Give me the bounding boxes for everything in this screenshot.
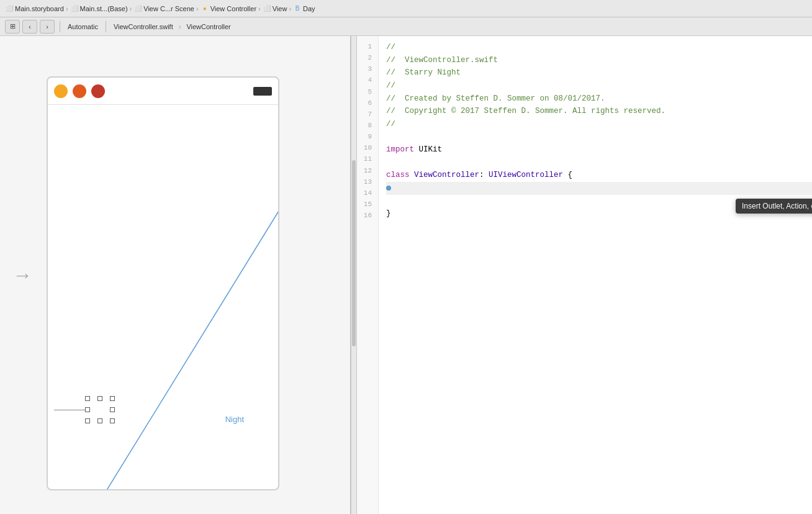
line-numbers: 1 2 3 4 5 6 7 8 9 10 11 12 13 14 15 16 xyxy=(357,36,379,514)
line-num-14: 14 xyxy=(357,187,376,199)
line-num-2: 2 xyxy=(357,52,376,63)
code-content: 1 2 3 4 5 6 7 8 9 10 11 12 13 14 15 16 /… xyxy=(357,36,812,514)
storyboard-icon: ⬜ xyxy=(5,4,14,13)
line-num-3: 3 xyxy=(357,63,376,74)
iphone-circle-yellow xyxy=(54,84,68,98)
line-num-13: 13 xyxy=(357,176,376,187)
panel-divider[interactable] xyxy=(351,36,357,514)
handle-bl xyxy=(85,418,90,423)
scene-icon: ⬜ xyxy=(133,4,142,13)
selection-handles xyxy=(85,396,141,427)
editor-toolbar: ⊞ ‹ › Automatic ViewController.swift › V… xyxy=(0,17,812,36)
handle-mr xyxy=(110,407,115,412)
toolbar-separator xyxy=(60,21,60,32)
code-line-8 xyxy=(386,130,812,143)
forward-button[interactable]: › xyxy=(40,20,55,34)
breadcrumb-item-scene[interactable]: ⬜ View C...r Scene xyxy=(133,4,194,13)
breadcrumb-label: View xyxy=(273,5,287,12)
code-line-7: // xyxy=(386,118,812,131)
iphone-battery xyxy=(253,87,272,96)
main-content: → Night xyxy=(0,36,812,514)
code-line-1: // xyxy=(386,41,812,54)
night-label: Night xyxy=(225,415,244,424)
class-label[interactable]: ViewController xyxy=(184,23,233,30)
breadcrumb-item-base[interactable]: ⬜ Main.st...(Base) xyxy=(70,4,128,13)
file-label[interactable]: ViewController.swift xyxy=(111,23,176,30)
code-lines[interactable]: // // ViewController.swift // Starry Nig… xyxy=(379,36,812,514)
code-line-6: // Copyright © 2017 Steffen D. Sommer. A… xyxy=(386,105,812,118)
breadcrumb-item-view[interactable]: ⬜ View xyxy=(263,4,287,13)
line-num-1: 1 xyxy=(357,41,376,52)
line-num-11: 11 xyxy=(357,153,376,165)
iphone-circle-orange xyxy=(73,84,86,98)
code-line-3: // Starry Night xyxy=(386,66,812,79)
entry-arrow-icon: → xyxy=(12,264,32,287)
breadcrumb-sep-2: › xyxy=(130,5,132,12)
viewcontroller-icon: ● xyxy=(201,4,209,13)
iphone-toolbar xyxy=(48,78,278,105)
line-num-7: 7 xyxy=(357,109,376,120)
breadcrumb-label: Main.st...(Base) xyxy=(80,5,128,12)
code-line-16 xyxy=(386,233,812,246)
code-line-9: import UIKit xyxy=(386,143,812,156)
scroll-thumb[interactable] xyxy=(352,160,356,346)
handle-tm xyxy=(97,396,102,401)
breadcrumb-sep: › xyxy=(66,5,68,12)
selection-widget xyxy=(85,396,141,427)
connection-line xyxy=(48,78,278,489)
day-icon: B xyxy=(293,4,302,13)
svg-line-0 xyxy=(96,208,278,489)
line-num-8: 8 xyxy=(357,120,376,131)
blue-dot xyxy=(386,186,391,191)
handle-tr xyxy=(110,396,115,401)
line-num-6: 6 xyxy=(357,97,376,109)
view-icon: ⬜ xyxy=(263,4,271,13)
breadcrumb-sep-5: › xyxy=(289,5,291,12)
breadcrumb-item-storyboard[interactable]: ⬜ Main.storyboard xyxy=(5,4,64,13)
code-line-10 xyxy=(386,156,812,169)
code-line-5: // Created by Steffen D. Sommer on 08/01… xyxy=(386,92,812,106)
breadcrumb-label: View Controller xyxy=(210,5,256,12)
handle-bm xyxy=(97,418,102,423)
handle-tl xyxy=(85,396,90,401)
breadcrumb-label: Main.storyboard xyxy=(15,5,64,12)
breadcrumb-sep-3: › xyxy=(196,5,199,12)
line-num-4: 4 xyxy=(357,74,376,86)
line-num-12: 12 xyxy=(357,165,376,176)
code-line-11: class ViewController: UIViewController { xyxy=(386,169,812,182)
code-editor: 1 2 3 4 5 6 7 8 9 10 11 12 13 14 15 16 /… xyxy=(357,36,812,514)
iphone-circle-red xyxy=(91,84,105,98)
back-button[interactable]: ‹ xyxy=(22,20,37,34)
iphone-frame: Night xyxy=(47,76,279,490)
code-line-2: // ViewController.swift xyxy=(386,54,812,67)
line-num-16: 16 xyxy=(357,210,376,221)
line-num-10: 10 xyxy=(357,142,376,153)
code-line-4: // xyxy=(386,79,812,92)
breadcrumb-label: View C...r Scene xyxy=(143,5,194,12)
line-num-5: 5 xyxy=(357,86,376,97)
code-line-15 xyxy=(386,220,812,233)
scheme-label[interactable]: Automatic xyxy=(65,23,101,30)
breadcrumb-sep-4: › xyxy=(258,5,261,12)
code-line-12 xyxy=(386,182,812,195)
line-num-9: 9 xyxy=(357,131,376,142)
grid-view-button[interactable]: ⊞ xyxy=(5,20,20,34)
storyboard-base-icon: ⬜ xyxy=(70,4,79,13)
breadcrumb-item-viewcontroller[interactable]: ● View Controller xyxy=(201,4,256,13)
storyboard-canvas[interactable]: → Night xyxy=(0,36,351,514)
handle-ml xyxy=(85,407,90,412)
line-num-15: 15 xyxy=(357,199,376,210)
handle-line-left xyxy=(54,410,85,410)
outlet-tooltip: Insert Outlet, Action, or Outlet Collect… xyxy=(736,199,812,214)
toolbar-separator-2 xyxy=(106,21,106,32)
handle-br xyxy=(110,418,115,423)
breadcrumb-label: Day xyxy=(303,5,315,12)
breadcrumb-item-day[interactable]: B Day xyxy=(293,4,315,13)
breadcrumb-bar: ⬜ Main.storyboard › ⬜ Main.st...(Base) ›… xyxy=(0,0,812,17)
